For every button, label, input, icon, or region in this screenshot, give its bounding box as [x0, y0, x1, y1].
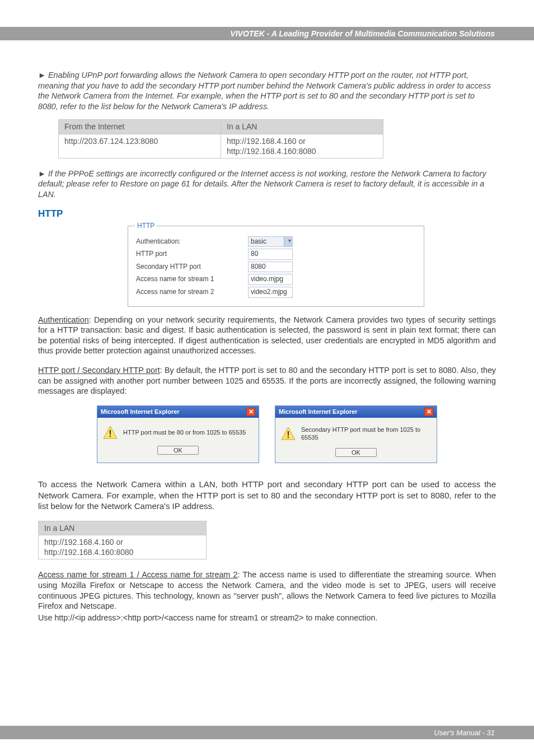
auth-label: Authentication:: [136, 237, 248, 246]
svg-text:!: !: [287, 430, 289, 440]
td-lan-2: http://192.168.4.160 or http://192.168.4…: [39, 535, 207, 559]
dialog-titlebar: Microsoft Internet Explorer ✕: [97, 406, 259, 418]
dialog-message: HTTP port must be 80 or from 1025 to 655…: [123, 428, 246, 436]
http-legend: HTTP: [135, 222, 157, 231]
td-internet: http://203.67.124.123:8080: [59, 134, 221, 158]
para-access-url: Use http://<ip address>:<http port>/<acc…: [38, 613, 496, 623]
para-http-port: HTTP port / Secondary HTTP port: By defa…: [38, 365, 496, 396]
arrow-icon: ►: [38, 70, 48, 81]
arrow-icon: ►: [38, 169, 48, 179]
http-settings-panel: HTTP Authentication: basic HTTP port 80 …: [128, 226, 424, 307]
dialog-titlebar: Microsoft Internet Explorer ✕: [275, 406, 437, 418]
stream1-input[interactable]: video.mjpg: [248, 274, 293, 285]
header-strip: VIVOTEK - A Leading Provider of Multimed…: [0, 27, 534, 40]
http-port-input[interactable]: 80: [248, 249, 293, 260]
ok-button[interactable]: OK: [335, 448, 377, 457]
note-upnp: ►Enabling UPnP port forwarding allows th…: [38, 70, 496, 111]
footer-text: User's Manual - 31: [434, 729, 495, 737]
td-lan: http://192.168.4.160 or http://192.168.4…: [221, 134, 383, 158]
access-heading: Access name for stream 1 / Access name f…: [38, 570, 238, 579]
close-icon[interactable]: ✕: [246, 408, 255, 416]
header-title: VIVOTEK - A Leading Provider of Multimed…: [230, 29, 495, 38]
stream2-label: Access name for stream 2: [136, 288, 248, 297]
warning-dialogs: Microsoft Internet Explorer ✕ ! HTTP por…: [38, 405, 496, 464]
stream1-label: Access name for stream 1: [136, 275, 248, 284]
close-icon[interactable]: ✕: [424, 408, 433, 416]
page-footer: User's Manual - 31: [0, 726, 534, 739]
dialog-message: Secondary HTTP port must be from 1025 to…: [301, 426, 431, 442]
address-table-1: From the Internet In a LAN http://203.67…: [58, 119, 383, 158]
dialog-title-text: Microsoft Internet Explorer: [101, 408, 180, 416]
dialog-http-port: Microsoft Internet Explorer ✕ ! HTTP por…: [97, 405, 259, 464]
ok-button[interactable]: OK: [157, 446, 199, 455]
http-port-label: HTTP port: [136, 250, 248, 259]
page-content: ►Enabling UPnP port forwarding allows th…: [0, 42, 534, 623]
dialog-title-text: Microsoft Internet Explorer: [279, 408, 358, 416]
sec-http-port-input[interactable]: 8080: [248, 262, 293, 273]
para-lan-access: To access the Network Camera within a LA…: [38, 479, 496, 512]
section-title-http: HTTP: [38, 208, 496, 220]
auth-select[interactable]: basic: [248, 236, 293, 248]
page-header: VIVOTEK - A Leading Provider of Multimed…: [0, 0, 534, 42]
th-internet: From the Internet: [59, 120, 221, 134]
sec-http-port-label: Secondary HTTP port: [136, 263, 248, 272]
warning-icon: !: [281, 427, 296, 440]
note-pppoe: ►If the PPPoE settings are incorrectly c…: [38, 169, 496, 200]
dialog-sec-http-port: Microsoft Internet Explorer ✕ ! Secondar…: [275, 405, 437, 464]
port-heading: HTTP port / Secondary HTTP port: [38, 366, 160, 375]
auth-heading: Authentication: [38, 315, 89, 324]
para-authentication: Authentication: Depending on your networ…: [38, 315, 496, 356]
th-lan-2: In a LAN: [39, 521, 207, 535]
address-table-2: In a LAN http://192.168.4.160 or http://…: [38, 521, 207, 560]
stream2-input[interactable]: video2.mjpg: [248, 287, 293, 298]
th-lan: In a LAN: [221, 120, 383, 134]
warning-icon: !: [103, 426, 118, 439]
para-access-name: Access name for stream 1 / Access name f…: [38, 570, 496, 611]
svg-text:!: !: [109, 429, 111, 438]
